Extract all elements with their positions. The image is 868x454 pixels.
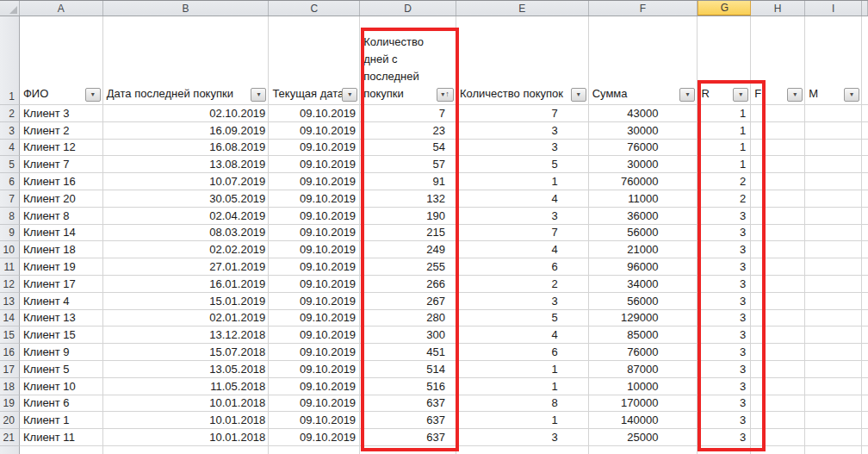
cell-days[interactable]: 7: [360, 105, 456, 122]
cell-purchases[interactable]: 1: [456, 378, 589, 395]
cell-r[interactable]: 3: [698, 310, 751, 327]
column-header-h[interactable]: H: [751, 1, 805, 16]
cell-r[interactable]: 3: [698, 293, 751, 310]
cell-r[interactable]: 3: [698, 241, 751, 258]
cell-purchases[interactable]: 4: [456, 327, 589, 344]
cell-sum[interactable]: 25000: [589, 429, 698, 446]
cell-last-purchase[interactable]: 02.04.2019: [103, 208, 270, 225]
header-cell-days-since-last-purchase[interactable]: Количество дней с последней покупки ▾↑: [360, 16, 456, 105]
cell-sum[interactable]: 11000: [589, 190, 698, 208]
cell-sum[interactable]: 760000: [589, 173, 698, 190]
cell-r[interactable]: 1: [698, 156, 751, 173]
header-cell-sum[interactable]: Сумма ▾: [589, 16, 698, 105]
cell-r[interactable]: 1: [698, 140, 751, 157]
cell-f[interactable]: [751, 429, 805, 446]
cell-current-date[interactable]: 09.10.2019: [269, 173, 360, 190]
cell-days[interactable]: 267: [360, 293, 456, 310]
cell-f[interactable]: [751, 344, 805, 361]
cell-fio[interactable]: Клиент 11: [20, 429, 103, 446]
cell-days[interactable]: 132: [360, 190, 456, 208]
row-number[interactable]: 15: [0, 327, 20, 344]
cell-current-date[interactable]: 09.10.2019: [269, 412, 360, 429]
cell-purchases[interactable]: 4: [456, 241, 589, 258]
filter-dropdown-f[interactable]: ▾: [787, 88, 803, 102]
column-header-c[interactable]: C: [269, 1, 360, 16]
empty-cell[interactable]: [751, 446, 805, 454]
cell-f[interactable]: [751, 293, 805, 310]
cell-sum[interactable]: 56000: [589, 225, 698, 242]
cell-purchases[interactable]: 2: [456, 276, 589, 293]
column-header-i[interactable]: I: [805, 1, 862, 16]
filter-dropdown-current-date[interactable]: ▾: [342, 88, 357, 102]
cell-last-purchase[interactable]: 27.01.2019: [103, 258, 270, 276]
empty-cell[interactable]: [103, 446, 270, 454]
cell-days[interactable]: 249: [360, 241, 456, 258]
row-number[interactable]: 12: [0, 276, 20, 293]
empty-cell[interactable]: [805, 446, 862, 454]
cell-f[interactable]: [751, 122, 805, 140]
cell-f[interactable]: [751, 241, 805, 258]
cell-purchases[interactable]: 4: [456, 190, 589, 208]
cell-last-purchase[interactable]: 13.08.2019: [103, 156, 270, 173]
row-number[interactable]: 19: [0, 395, 20, 413]
cell-m[interactable]: [805, 225, 862, 242]
row-number[interactable]: 11: [0, 258, 20, 276]
cell-days[interactable]: 637: [360, 412, 456, 429]
cell-sum[interactable]: 85000: [589, 327, 698, 344]
cell-fio[interactable]: Клиент 2: [20, 122, 103, 140]
cell-current-date[interactable]: 09.10.2019: [269, 429, 360, 446]
cell-sum[interactable]: 36000: [589, 208, 698, 225]
cell-sum[interactable]: 34000: [589, 276, 698, 293]
cell-current-date[interactable]: 09.10.2019: [269, 258, 360, 276]
cell-f[interactable]: [751, 140, 805, 157]
cell-f[interactable]: [751, 105, 805, 122]
cell-sum[interactable]: 21000: [589, 241, 698, 258]
cell-r[interactable]: 3: [698, 344, 751, 361]
cell-purchases[interactable]: 3: [456, 208, 589, 225]
row-number[interactable]: 18: [0, 378, 20, 395]
row-number[interactable]: 6: [0, 173, 20, 190]
cell-purchases[interactable]: 5: [456, 156, 589, 173]
cell-m[interactable]: [805, 429, 862, 446]
cell-sum[interactable]: 56000: [589, 293, 698, 310]
cell-days[interactable]: 300: [360, 327, 456, 344]
cell-fio[interactable]: Клиент 8: [20, 208, 103, 225]
filter-dropdown-last-purchase-date[interactable]: ▾: [251, 88, 266, 102]
cell-r[interactable]: 3: [698, 395, 751, 413]
cell-days[interactable]: 451: [360, 344, 456, 361]
cell-purchases[interactable]: 5: [456, 310, 589, 327]
cell-f[interactable]: [751, 361, 805, 378]
cell-sum[interactable]: 170000: [589, 395, 698, 413]
cell-days[interactable]: 215: [360, 225, 456, 242]
row-number[interactable]: 14: [0, 310, 20, 327]
cell-purchases[interactable]: 3: [456, 293, 589, 310]
row-number[interactable]: 8: [0, 208, 20, 225]
cell-last-purchase[interactable]: 10.01.2018: [103, 395, 270, 413]
cell-r[interactable]: 1: [698, 105, 751, 122]
cell-last-purchase[interactable]: 16.01.2019: [103, 276, 270, 293]
filter-sort-ascending-days[interactable]: ▾↑: [437, 88, 454, 102]
row-number[interactable]: 17: [0, 361, 20, 378]
cell-days[interactable]: 255: [360, 258, 456, 276]
cell-m[interactable]: [805, 293, 862, 310]
header-cell-r[interactable]: R ▾: [698, 16, 751, 105]
cell-r[interactable]: 3: [698, 429, 751, 446]
cell-r[interactable]: 3: [698, 258, 751, 276]
header-cell-current-date[interactable]: Текущая дата ▾: [269, 16, 360, 105]
empty-cell[interactable]: [20, 446, 103, 454]
cell-current-date[interactable]: 09.10.2019: [269, 190, 360, 208]
cell-sum[interactable]: 76000: [589, 140, 698, 157]
cell-r[interactable]: 3: [698, 378, 751, 395]
cell-fio[interactable]: Клиент 14: [20, 225, 103, 242]
row-number[interactable]: 5: [0, 156, 20, 173]
cell-purchases[interactable]: 3: [456, 140, 589, 157]
empty-cell[interactable]: [360, 446, 456, 454]
filter-dropdown-sum[interactable]: ▾: [679, 88, 695, 102]
cell-r[interactable]: 2: [698, 173, 751, 190]
cell-f[interactable]: [751, 258, 805, 276]
row-number[interactable]: 13: [0, 293, 20, 310]
cell-purchases[interactable]: 6: [456, 258, 589, 276]
cell-f[interactable]: [751, 208, 805, 225]
header-cell-fio[interactable]: ФИО ▾: [20, 16, 103, 105]
column-header-b[interactable]: B: [103, 1, 270, 16]
